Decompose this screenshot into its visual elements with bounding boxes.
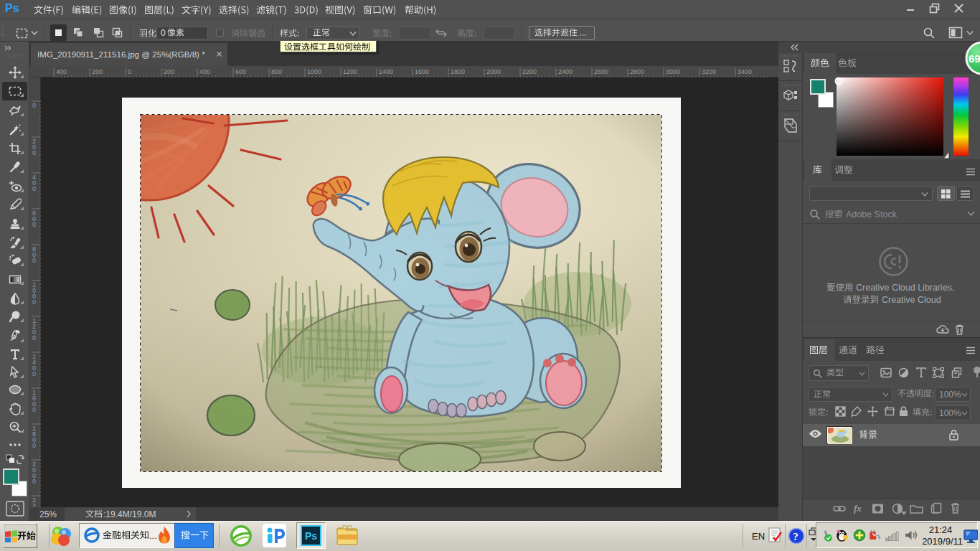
svg-text:3400: 3400 (738, 68, 752, 75)
svg-text:3000: 3000 (666, 68, 680, 75)
svg-text:200: 200 (164, 68, 174, 75)
svg-text:69: 69 (969, 52, 980, 65)
svg-text:0: 0 (32, 102, 36, 109)
svg-text:2000: 2000 (486, 68, 501, 75)
svg-text:0: 0 (128, 68, 131, 75)
svg-text:2400: 2400 (558, 68, 573, 75)
svg-text:0: 0 (32, 185, 36, 192)
svg-text:200: 200 (92, 68, 103, 75)
svg-text:0: 0 (32, 298, 36, 306)
svg-text:1800: 1800 (451, 68, 465, 75)
svg-text:600: 600 (235, 68, 246, 75)
svg-text:0: 0 (32, 406, 36, 413)
svg-text:3200: 3200 (702, 68, 716, 75)
svg-text:1600: 1600 (415, 68, 429, 75)
svg-text:0: 0 (32, 149, 36, 156)
svg-text:2600: 2600 (594, 68, 608, 75)
svg-text:0: 0 (32, 370, 36, 377)
svg-text:1200: 1200 (343, 68, 357, 75)
svg-text:2200: 2200 (522, 68, 537, 75)
svg-text:400: 400 (56, 68, 67, 75)
svg-text:0: 0 (32, 221, 36, 228)
svg-text:0: 0 (32, 334, 36, 342)
svg-text:0: 0 (32, 478, 36, 485)
svg-text:0: 0 (32, 442, 36, 449)
svg-text:0: 0 (32, 257, 36, 264)
svg-text:?: ? (793, 531, 798, 542)
svg-text:400: 400 (199, 68, 210, 75)
svg-text:1400: 1400 (379, 68, 393, 75)
svg-text:2800: 2800 (630, 68, 644, 75)
svg-text:800: 800 (271, 68, 282, 75)
svg-text:1000: 1000 (307, 68, 321, 75)
svg-text:2: 2 (32, 502, 36, 507)
